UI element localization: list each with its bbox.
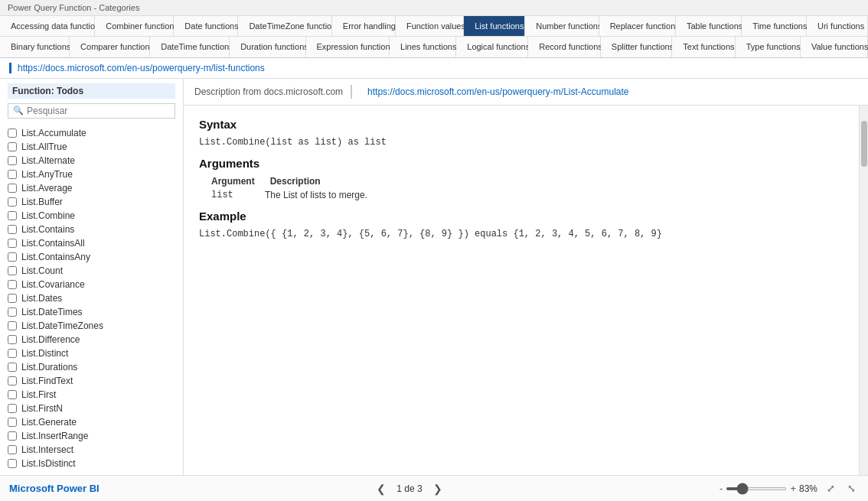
list-item[interactable]: List.Durations [0,360,183,374]
list-item[interactable]: List.ContainsAll [0,236,183,250]
list-item[interactable]: List.DateTimeZones [0,319,183,333]
list-item-checkbox[interactable] [8,335,17,344]
list-item[interactable]: List.FindText [0,374,183,388]
list-item-checkbox[interactable] [8,142,17,151]
list-item-checkbox[interactable] [8,376,17,386]
list-item-label: List.Covariance [21,279,85,290]
zoom-in-button[interactable]: + [790,483,796,494]
expand-button[interactable]: ⤡ [844,481,859,496]
list-item-checkbox[interactable] [8,307,17,317]
bottom-bar: Microsoft Power BI ❮ 1 de 3 ❯ - + 83% ⤢ … [0,475,868,501]
list-item-checkbox[interactable] [8,252,17,262]
tab-logical[interactable]: Logical functions [456,37,528,57]
list-item-checkbox[interactable] [8,225,17,234]
list-item-checkbox[interactable] [8,431,17,441]
list-item-checkbox[interactable] [8,156,17,165]
list-item-label: List.DateTimes [21,307,83,317]
tab-binary[interactable]: Binary functions [0,37,70,57]
tab-time[interactable]: Time functions [742,16,807,36]
list-item[interactable]: List.FirstN [0,402,183,415]
tab-duration[interactable]: Duration functions [230,37,305,57]
zoom-out-button[interactable]: - [720,483,723,494]
list-item-checkbox[interactable] [8,239,17,248]
tab-function-values[interactable]: Function values [396,16,464,36]
list-item[interactable]: List.Contains [0,223,183,236]
brand-link[interactable]: Microsoft Power BI [9,483,100,494]
list-item-checkbox[interactable] [8,459,17,468]
list-item[interactable]: List.Average [0,181,183,195]
list-item[interactable]: List.AnyTrue [0,168,183,181]
list-item-checkbox[interactable] [8,266,17,275]
list-item-checkbox[interactable] [8,197,17,207]
scrollbar-thumb [861,121,867,167]
list-item[interactable]: List.First [0,388,183,402]
tab-expression[interactable]: Expression functions [306,37,390,57]
list-item-label: List.AnyTrue [21,169,73,180]
list-item-checkbox[interactable] [8,129,17,138]
list-item[interactable]: List.Accumulate [0,126,183,140]
list-item-checkbox[interactable] [8,184,17,193]
fullscreen-button[interactable]: ⤢ [824,481,838,496]
list-item[interactable]: List.AllTrue [0,140,183,154]
tab-uri[interactable]: Uri functions [807,16,868,36]
tab-row-1: Accessing data functionsCombiner functio… [0,16,868,37]
list-item-checkbox[interactable] [8,418,17,427]
list-item[interactable]: List.Dates [0,291,183,305]
list-item[interactable]: List.IsDistinct [0,457,183,470]
tab-datetime[interactable]: DateTime functions [150,37,230,57]
tab-table[interactable]: Table functions [676,16,742,36]
doc-url-link[interactable]: https://docs.microsoft.com/en-us/powerqu… [367,86,628,97]
tab-value[interactable]: Value functions [801,37,868,57]
tab-type[interactable]: Type functions [736,37,801,57]
list-item-checkbox[interactable] [8,404,17,413]
tab-splitter[interactable]: Splitter functions [601,37,673,57]
zoom-slider[interactable] [726,487,787,490]
tab-list[interactable]: List functions [464,16,525,36]
prev-page-button[interactable]: ❮ [372,481,390,496]
list-item-label: List.Dates [21,293,62,304]
arg-name-list: list [211,190,250,200]
list-item-checkbox[interactable] [8,170,17,179]
tab-accessing-data[interactable]: Accessing data functions [0,16,95,36]
tab-datetimezone[interactable]: DateTimeZone functions [238,16,331,36]
list-item[interactable]: List.Distinct [0,346,183,360]
list-item[interactable]: List.Count [0,264,183,278]
function-list: List.AccumulateList.AllTrueList.Alternat… [0,123,183,475]
tab-text[interactable]: Text functions [672,37,735,57]
list-item[interactable]: List.Generate [0,415,183,429]
next-page-button[interactable]: ❯ [429,481,447,496]
list-item[interactable]: List.Combine [0,209,183,223]
example-heading: Example [199,210,844,223]
tab-comparer[interactable]: Comparer functions [70,37,150,57]
tab-lines[interactable]: Lines functions [390,37,456,57]
tab-date[interactable]: Date functions [174,16,238,36]
list-item[interactable]: List.ContainsAny [0,250,183,264]
list-functions-link[interactable]: https://docs.microsoft.com/en-us/powerqu… [18,63,265,73]
list-item-checkbox[interactable] [8,390,17,399]
list-item[interactable]: List.DateTimes [0,305,183,319]
list-item-label: List.Alternate [21,155,75,166]
tab-number[interactable]: Number functions [525,16,599,36]
list-item-checkbox[interactable] [8,211,17,220]
tab-replacer[interactable]: Replacer functions [599,16,676,36]
list-item-checkbox[interactable] [8,363,17,372]
list-item[interactable]: List.Intersect [0,443,183,457]
list-item[interactable]: List.InsertRange [0,429,183,443]
search-input[interactable] [27,106,170,116]
list-item[interactable]: List.Difference [0,333,183,346]
list-item-label: List.Distinct [21,348,68,359]
content-separator [351,85,352,99]
list-item-checkbox[interactable] [8,294,17,303]
tab-record[interactable]: Record functions [528,37,601,57]
list-item[interactable]: List.Covariance [0,278,183,291]
scrollbar[interactable] [859,106,868,475]
list-item-checkbox[interactable] [8,349,17,358]
list-item-checkbox[interactable] [8,445,17,454]
list-item-checkbox[interactable] [8,280,17,289]
list-item[interactable]: List.Alternate [0,154,183,168]
list-item-checkbox[interactable] [8,321,17,330]
tab-combiner[interactable]: Combiner functions [95,16,174,36]
tab-error[interactable]: Error handling [332,16,396,36]
list-item-label: List.Contains [21,224,74,235]
list-item[interactable]: List.Buffer [0,195,183,209]
